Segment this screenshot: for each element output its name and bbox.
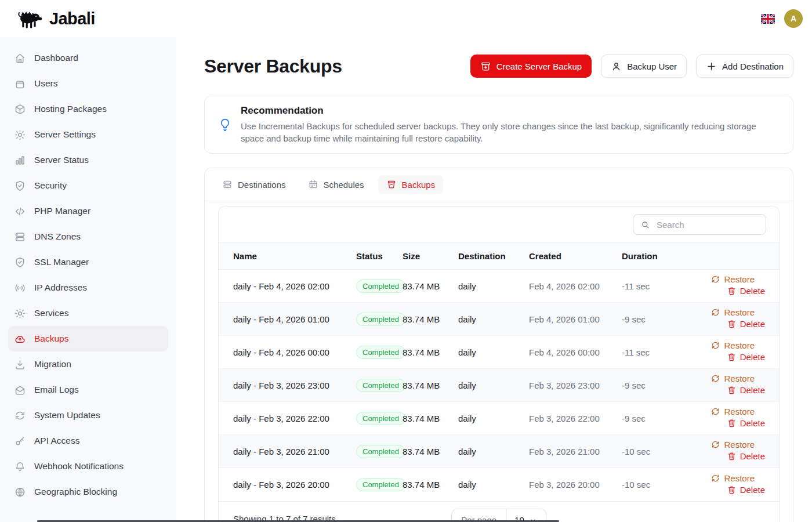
sidebar-item-ip-addresses[interactable]: IP Addresses	[8, 275, 168, 300]
backup-name-cell: daily - Feb 3, 2026 23:00	[219, 369, 356, 402]
backup-name-cell: daily - Feb 4, 2026 01:00	[219, 303, 356, 336]
sidebar-item-php-manager[interactable]: PHP Manager	[8, 198, 168, 224]
delete-button[interactable]: Delete	[727, 418, 765, 428]
sidebar-item-backups[interactable]: Backups	[8, 326, 168, 351]
bell-icon	[14, 461, 26, 473]
page-actions: Create Server Backup Backup User Add Des…	[470, 55, 793, 78]
delete-button[interactable]: Delete	[727, 451, 765, 461]
delete-button[interactable]: Delete	[727, 286, 765, 296]
sidebar-item-dashboard[interactable]: Dashboard	[8, 45, 168, 71]
sidebar-item-email-logs[interactable]: Email Logs	[8, 377, 168, 403]
tab-label: Backups	[402, 180, 436, 190]
button-label: Create Server Backup	[496, 61, 582, 71]
column-header-duration: Duration	[622, 243, 680, 270]
table-row: daily - Feb 4, 2026 01:00 Completed 83.7…	[219, 303, 779, 336]
recommendation-text: Recommendation Use Incremental Backups f…	[241, 105, 774, 144]
topbar: Jabali A	[0, 0, 812, 37]
column-header-created: Created	[529, 243, 622, 270]
row-actions-cell: Restore Delete	[680, 402, 779, 435]
row-actions-cell: Restore Delete	[680, 468, 779, 501]
uk-flag-icon[interactable]	[761, 14, 775, 24]
button-label: Add Destination	[722, 61, 784, 71]
sidebar-item-ssl-manager[interactable]: SSL Manager	[8, 249, 168, 275]
row-actions-cell: Restore Delete	[680, 369, 779, 402]
sidebar-item-label: Hosting Packages	[34, 104, 107, 114]
backup-duration-cell: -11 sec	[622, 336, 680, 369]
key-icon	[14, 435, 26, 447]
sidebar-item-migration[interactable]: Migration	[8, 351, 168, 377]
column-header-size: Size	[403, 243, 458, 270]
backup-size-cell: 83.74 MB	[403, 303, 458, 336]
sidebar-item-server-status[interactable]: Server Status	[8, 147, 168, 173]
restore-button[interactable]: Restore	[710, 440, 755, 449]
sidebar-item-label: API Access	[34, 436, 79, 446]
delete-button[interactable]: Delete	[727, 485, 765, 495]
restore-label: Restore	[724, 307, 755, 317]
sidebar-item-webhook-notifications[interactable]: Webhook Notifications	[8, 454, 168, 479]
delete-label: Delete	[740, 385, 765, 395]
backup-destination-cell: daily	[458, 369, 529, 402]
sidebar-item-geographic-blocking[interactable]: Geographic Blocking	[8, 479, 168, 505]
delete-button[interactable]: Delete	[727, 319, 765, 329]
sidebar-item-api-access[interactable]: API Access	[8, 428, 168, 454]
restore-button[interactable]: Restore	[710, 473, 755, 483]
delete-label: Delete	[740, 485, 765, 495]
restore-icon	[710, 440, 720, 449]
search-input[interactable]	[655, 219, 759, 230]
sidebar-item-services[interactable]: Services	[8, 300, 168, 326]
backup-destination-cell: daily	[458, 435, 529, 468]
backup-name-cell: daily - Feb 4, 2026 02:00	[219, 270, 356, 303]
restore-button[interactable]: Restore	[710, 340, 755, 350]
delete-label: Delete	[740, 418, 765, 428]
brand-logo[interactable]: Jabali	[15, 8, 95, 29]
avatar[interactable]: A	[784, 9, 803, 28]
row-actions-cell: Restore Delete	[680, 435, 779, 468]
tab-schedules[interactable]: Schedules	[300, 175, 372, 194]
user-icon	[611, 61, 622, 72]
restore-button[interactable]: Restore	[710, 374, 755, 383]
boar-logo-icon	[15, 8, 44, 29]
tab-backups[interactable]: Backups	[378, 175, 444, 194]
backup-created-cell: Feb 3, 2026 20:00	[529, 468, 622, 501]
restore-button[interactable]: Restore	[710, 307, 755, 317]
status-cell: Completed	[356, 270, 403, 303]
restore-icon	[710, 374, 720, 383]
package-icon	[14, 103, 26, 115]
restore-icon	[710, 407, 720, 416]
backup-destination-cell: daily	[458, 336, 529, 369]
sidebar-item-hosting-packages[interactable]: Hosting Packages	[8, 96, 168, 122]
delete-button[interactable]: Delete	[727, 352, 765, 362]
backup-created-cell: Feb 4, 2026 00:00	[529, 336, 622, 369]
backup-name-cell: daily - Feb 3, 2026 20:00	[219, 468, 356, 501]
backup-user-button[interactable]: Backup User	[601, 55, 687, 78]
sidebar-item-security[interactable]: Security	[8, 173, 168, 198]
sidebar-nav: Dashboard Users Hosting Packages Server …	[0, 37, 176, 522]
delete-button[interactable]: Delete	[727, 385, 765, 395]
tab-label: Destinations	[238, 180, 286, 190]
status-badge: Completed	[356, 445, 405, 458]
backups-table-body: daily - Feb 4, 2026 02:00 Completed 83.7…	[219, 270, 779, 501]
envelope-icon	[14, 384, 26, 396]
restore-button[interactable]: Restore	[710, 274, 755, 284]
tab-destinations[interactable]: Destinations	[214, 175, 294, 194]
add-destination-button[interactable]: Add Destination	[696, 55, 793, 78]
sidebar-item-label: Server Settings	[34, 129, 96, 140]
create-server-backup-button[interactable]: Create Server Backup	[470, 55, 592, 78]
sidebar-item-server-settings[interactable]: Server Settings	[8, 122, 168, 147]
archive-arrow-down-icon	[480, 61, 491, 72]
gear-icon	[14, 129, 26, 141]
backup-size-cell: 83.74 MB	[403, 468, 458, 501]
lightbulb-icon	[217, 117, 233, 132]
refresh-icon	[14, 409, 26, 422]
home-icon	[14, 52, 26, 64]
backup-name-cell: daily - Feb 4, 2026 00:00	[219, 336, 356, 369]
sidebar-item-system-updates[interactable]: System Updates	[8, 403, 168, 428]
sidebar-item-users[interactable]: Users	[8, 71, 168, 96]
shield-check-icon	[14, 180, 26, 192]
backup-duration-cell: -10 sec	[622, 435, 680, 468]
sidebar-item-label: Email Logs	[34, 385, 79, 395]
sidebar-item-dns-zones[interactable]: DNS Zones	[8, 224, 168, 249]
restore-button[interactable]: Restore	[710, 407, 755, 416]
sidebar-item-label: Users	[34, 78, 57, 89]
backup-duration-cell: -11 sec	[622, 270, 680, 303]
